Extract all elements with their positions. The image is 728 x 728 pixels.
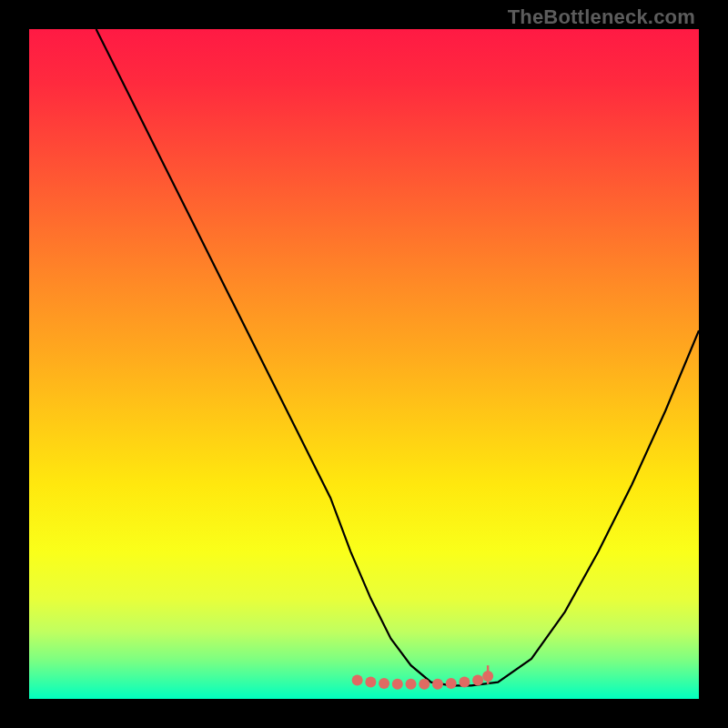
bottom-dot xyxy=(419,679,430,690)
chart-container: TheBottleneck.com xyxy=(0,0,728,728)
plot-area xyxy=(29,29,699,699)
bottom-dot xyxy=(365,677,376,688)
bottom-dot xyxy=(379,678,389,689)
bottom-dot xyxy=(352,674,363,685)
watermark-text: TheBottleneck.com xyxy=(508,5,695,29)
bottom-dot xyxy=(406,679,417,690)
chart-svg xyxy=(29,29,699,699)
bottom-dots-group xyxy=(352,671,494,690)
bottom-dot xyxy=(446,678,457,689)
bottom-dot xyxy=(459,677,470,688)
bottom-dot xyxy=(392,679,403,690)
curve-line xyxy=(96,29,699,685)
bottom-dot xyxy=(432,679,443,690)
bottom-dot xyxy=(472,674,483,685)
